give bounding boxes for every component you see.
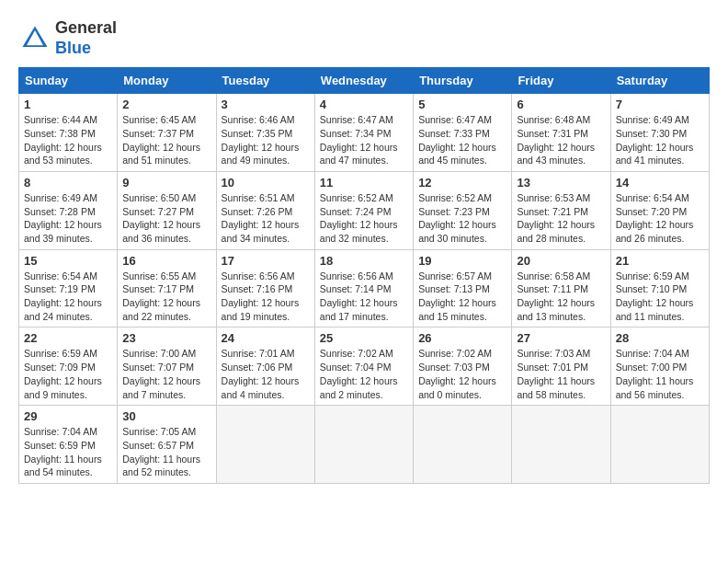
day-info: Sunrise: 6:50 AMSunset: 7:27 PMDaylight:… bbox=[122, 192, 200, 244]
calendar-day-cell: 24 Sunrise: 7:01 AMSunset: 7:06 PMDaylig… bbox=[216, 327, 314, 406]
day-info: Sunrise: 7:02 AMSunset: 7:04 PMDaylight:… bbox=[320, 348, 398, 399]
day-number: 8 bbox=[24, 176, 112, 190]
calendar-day-cell: 17 Sunrise: 6:56 AMSunset: 7:16 PMDaylig… bbox=[216, 249, 314, 327]
day-number: 11 bbox=[320, 176, 408, 190]
logo: General Blue bbox=[18, 18, 117, 58]
day-number: 1 bbox=[24, 98, 112, 111]
day-info: Sunrise: 6:56 AMSunset: 7:16 PMDaylight:… bbox=[222, 270, 300, 322]
day-info: Sunrise: 6:49 AMSunset: 7:28 PMDaylight:… bbox=[24, 192, 102, 244]
day-number: 17 bbox=[222, 254, 310, 268]
day-info: Sunrise: 6:59 AMSunset: 7:10 PMDaylight:… bbox=[616, 270, 694, 322]
day-info: Sunrise: 6:56 AMSunset: 7:14 PMDaylight:… bbox=[320, 270, 398, 322]
calendar-day-cell: 10 Sunrise: 6:51 AMSunset: 7:26 PMDaylig… bbox=[216, 171, 314, 249]
day-number: 24 bbox=[222, 331, 310, 345]
calendar-week-row: 15 Sunrise: 6:54 AMSunset: 7:19 PMDaylig… bbox=[19, 249, 710, 327]
calendar-day-cell: 1 Sunrise: 6:44 AMSunset: 7:38 PMDayligh… bbox=[19, 94, 118, 172]
day-info: Sunrise: 6:51 AMSunset: 7:26 PMDaylight:… bbox=[222, 192, 300, 244]
calendar-day-cell: 7 Sunrise: 6:49 AMSunset: 7:30 PMDayligh… bbox=[610, 94, 709, 172]
day-info: Sunrise: 6:45 AMSunset: 7:37 PMDaylight:… bbox=[122, 114, 200, 166]
day-number: 2 bbox=[122, 98, 210, 111]
weekday-header: Thursday bbox=[414, 68, 512, 94]
day-number: 20 bbox=[517, 254, 605, 268]
logo-text: General Blue bbox=[55, 18, 117, 58]
calendar-day-cell: 15 Sunrise: 6:54 AMSunset: 7:19 PMDaylig… bbox=[19, 249, 118, 327]
weekday-header: Sunday bbox=[19, 68, 118, 94]
day-number: 26 bbox=[418, 331, 506, 345]
day-info: Sunrise: 7:03 AMSunset: 7:01 PMDaylight:… bbox=[517, 348, 595, 399]
calendar-week-row: 8 Sunrise: 6:49 AMSunset: 7:28 PMDayligh… bbox=[19, 171, 710, 249]
weekday-header: Saturday bbox=[610, 68, 709, 94]
logo-icon bbox=[18, 22, 51, 55]
day-number: 28 bbox=[616, 331, 704, 345]
day-info: Sunrise: 6:47 AMSunset: 7:34 PMDaylight:… bbox=[320, 114, 398, 166]
weekday-header: Monday bbox=[118, 68, 216, 94]
day-number: 25 bbox=[320, 331, 408, 345]
day-number: 22 bbox=[24, 331, 112, 345]
calendar-day-cell: 23 Sunrise: 7:00 AMSunset: 7:07 PMDaylig… bbox=[118, 327, 216, 406]
calendar-day-cell bbox=[314, 406, 413, 484]
calendar-day-cell bbox=[512, 406, 610, 484]
logo-general: General bbox=[55, 18, 117, 37]
day-info: Sunrise: 6:59 AMSunset: 7:09 PMDaylight:… bbox=[24, 348, 102, 399]
day-info: Sunrise: 7:04 AMSunset: 6:59 PMDaylight:… bbox=[24, 426, 102, 477]
day-number: 27 bbox=[517, 331, 605, 345]
calendar-day-cell bbox=[216, 406, 314, 484]
calendar-day-cell: 13 Sunrise: 6:53 AMSunset: 7:21 PMDaylig… bbox=[512, 171, 610, 249]
calendar-day-cell: 20 Sunrise: 6:58 AMSunset: 7:11 PMDaylig… bbox=[512, 249, 610, 327]
day-info: Sunrise: 6:53 AMSunset: 7:21 PMDaylight:… bbox=[517, 192, 595, 244]
calendar-day-cell: 4 Sunrise: 6:47 AMSunset: 7:34 PMDayligh… bbox=[314, 94, 413, 172]
day-number: 18 bbox=[320, 254, 408, 268]
calendar-week-row: 29 Sunrise: 7:04 AMSunset: 6:59 PMDaylig… bbox=[19, 406, 710, 484]
day-number: 5 bbox=[418, 98, 506, 111]
day-number: 3 bbox=[222, 98, 310, 111]
page-header: General Blue bbox=[18, 18, 710, 58]
day-number: 23 bbox=[122, 331, 210, 345]
calendar-day-cell: 14 Sunrise: 6:54 AMSunset: 7:20 PMDaylig… bbox=[610, 171, 709, 249]
calendar-day-cell: 22 Sunrise: 6:59 AMSunset: 7:09 PMDaylig… bbox=[19, 327, 118, 406]
calendar-day-cell: 2 Sunrise: 6:45 AMSunset: 7:37 PMDayligh… bbox=[118, 94, 216, 172]
day-number: 14 bbox=[616, 176, 704, 190]
calendar-day-cell: 5 Sunrise: 6:47 AMSunset: 7:33 PMDayligh… bbox=[414, 94, 512, 172]
calendar-day-cell: 27 Sunrise: 7:03 AMSunset: 7:01 PMDaylig… bbox=[512, 327, 610, 406]
day-info: Sunrise: 6:44 AMSunset: 7:38 PMDaylight:… bbox=[24, 114, 102, 166]
calendar-day-cell: 9 Sunrise: 6:50 AMSunset: 7:27 PMDayligh… bbox=[118, 171, 216, 249]
calendar-day-cell bbox=[414, 406, 512, 484]
day-info: Sunrise: 7:05 AMSunset: 6:57 PMDaylight:… bbox=[122, 426, 200, 477]
calendar-week-row: 1 Sunrise: 6:44 AMSunset: 7:38 PMDayligh… bbox=[19, 94, 710, 172]
day-info: Sunrise: 7:04 AMSunset: 7:00 PMDaylight:… bbox=[616, 348, 694, 399]
day-info: Sunrise: 6:49 AMSunset: 7:30 PMDaylight:… bbox=[616, 114, 694, 166]
day-number: 12 bbox=[418, 176, 506, 190]
day-info: Sunrise: 7:00 AMSunset: 7:07 PMDaylight:… bbox=[122, 348, 200, 399]
calendar-day-cell: 29 Sunrise: 7:04 AMSunset: 6:59 PMDaylig… bbox=[19, 406, 118, 484]
day-number: 10 bbox=[222, 176, 310, 190]
calendar-day-cell: 16 Sunrise: 6:55 AMSunset: 7:17 PMDaylig… bbox=[118, 249, 216, 327]
calendar-day-cell: 26 Sunrise: 7:02 AMSunset: 7:03 PMDaylig… bbox=[414, 327, 512, 406]
day-info: Sunrise: 6:54 AMSunset: 7:20 PMDaylight:… bbox=[616, 192, 694, 244]
day-info: Sunrise: 6:54 AMSunset: 7:19 PMDaylight:… bbox=[24, 270, 102, 322]
day-info: Sunrise: 6:58 AMSunset: 7:11 PMDaylight:… bbox=[517, 270, 595, 322]
calendar-day-cell: 8 Sunrise: 6:49 AMSunset: 7:28 PMDayligh… bbox=[19, 171, 118, 249]
day-number: 9 bbox=[122, 176, 210, 190]
day-number: 15 bbox=[24, 254, 112, 268]
weekday-header: Wednesday bbox=[314, 68, 413, 94]
day-number: 16 bbox=[122, 254, 210, 268]
day-number: 29 bbox=[24, 409, 112, 423]
calendar-day-cell: 18 Sunrise: 6:56 AMSunset: 7:14 PMDaylig… bbox=[314, 249, 413, 327]
calendar-day-cell: 11 Sunrise: 6:52 AMSunset: 7:24 PMDaylig… bbox=[314, 171, 413, 249]
logo-blue: Blue bbox=[55, 39, 91, 57]
day-info: Sunrise: 6:55 AMSunset: 7:17 PMDaylight:… bbox=[122, 270, 200, 322]
day-number: 7 bbox=[616, 98, 704, 111]
day-info: Sunrise: 6:52 AMSunset: 7:24 PMDaylight:… bbox=[320, 192, 398, 244]
calendar-day-cell: 3 Sunrise: 6:46 AMSunset: 7:35 PMDayligh… bbox=[216, 94, 314, 172]
day-number: 30 bbox=[122, 409, 210, 423]
day-number: 21 bbox=[616, 254, 704, 268]
calendar-table: SundayMondayTuesdayWednesdayThursdayFrid… bbox=[18, 67, 710, 484]
calendar-header-row: SundayMondayTuesdayWednesdayThursdayFrid… bbox=[19, 68, 710, 94]
calendar-day-cell: 6 Sunrise: 6:48 AMSunset: 7:31 PMDayligh… bbox=[512, 94, 610, 172]
day-info: Sunrise: 6:48 AMSunset: 7:31 PMDaylight:… bbox=[517, 114, 595, 166]
day-number: 4 bbox=[320, 98, 408, 111]
day-number: 6 bbox=[517, 98, 605, 111]
calendar-day-cell: 12 Sunrise: 6:52 AMSunset: 7:23 PMDaylig… bbox=[414, 171, 512, 249]
calendar-day-cell: 25 Sunrise: 7:02 AMSunset: 7:04 PMDaylig… bbox=[314, 327, 413, 406]
calendar-day-cell: 28 Sunrise: 7:04 AMSunset: 7:00 PMDaylig… bbox=[610, 327, 709, 406]
